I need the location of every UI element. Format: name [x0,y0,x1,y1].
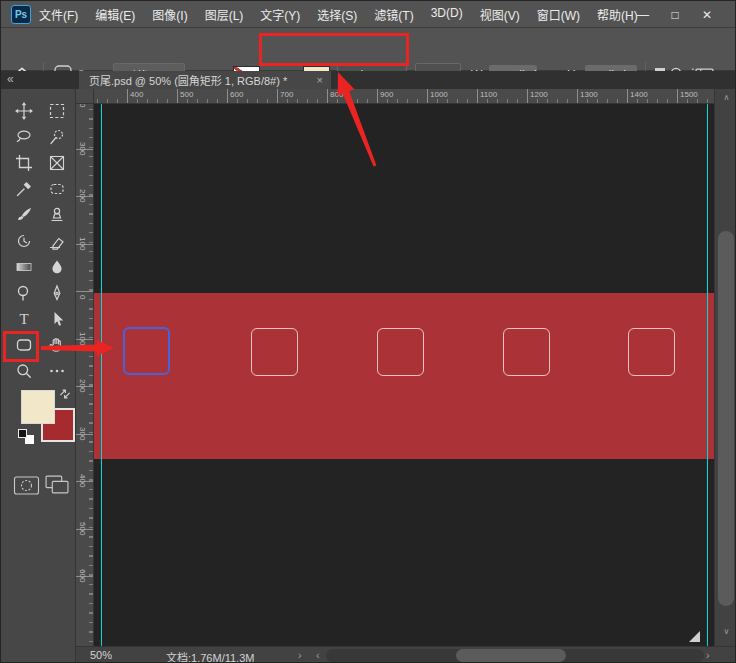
ruler-origin-corner[interactable] [76,89,94,104]
rounded-rectangle-shape [628,328,675,376]
menu-items: 文件(F) 编辑(E) 图像(I) 图层(L) 文字(Y) 选择(S) 滤镜(T… [39,6,638,23]
quick-selection-tool[interactable] [48,128,66,146]
options-bar: ▾ 形状 ▾ 填充: 描边: 1 点 ▾ ▾ W: 851 像素 H: 94 像… [1,28,736,71]
zoom-level-field[interactable]: 50% [90,649,112,661]
blur-tool[interactable] [48,258,66,276]
vertical-scrollbar-thumb[interactable] [718,231,734,606]
gradient-tool[interactable] [15,258,33,276]
ruler-label: 1100 [480,90,497,99]
document-tab-bar: « 页尾.psd @ 50% (圆角矩形 1, RGB/8#) * × [1,71,736,89]
ruler-label: 200 [78,183,87,209]
ruler-label: 1200 [530,90,548,99]
rounded-rectangle-shape [377,328,424,376]
menu-view[interactable]: 视图(V) [480,6,520,23]
scroll-right-icon[interactable]: › [706,649,710,661]
history-brush-tool[interactable] [15,232,33,250]
ruler-label: 800 [330,90,343,99]
svg-text:T: T [19,311,28,327]
guide-line-left [101,104,102,646]
ruler-label: 500 [78,516,87,542]
default-colors-icon[interactable] [18,429,27,438]
swap-colors-icon[interactable] [58,387,72,405]
menu-help[interactable]: 帮助(H) [597,6,638,23]
menu-edit[interactable]: 编辑(E) [95,6,135,23]
ruler-label: 300 [78,421,87,447]
photoshop-logo: Ps [11,5,31,24]
more-tools-icon[interactable] [48,362,66,380]
type-tool[interactable]: T [15,310,33,328]
document-tab[interactable]: 页尾.psd @ 50% (圆角矩形 1, RGB/8#) * × [79,71,331,89]
ruler-label: 1400 [630,90,648,99]
document-tab-title: 页尾.psd @ 50% (圆角矩形 1, RGB/8#) * [89,72,311,88]
collapse-panel-icon[interactable]: « [7,72,14,86]
zoom-tool[interactable] [15,362,33,380]
menu-type[interactable]: 文字(Y) [260,6,300,23]
rounded-rectangle-shape [251,328,298,376]
ruler-label: 100 [78,231,87,257]
tab-close-icon[interactable]: × [317,74,323,86]
brush-tool[interactable] [15,206,33,224]
menu-window[interactable]: 窗口(W) [537,6,580,23]
vertical-scrollbar[interactable]: ∧ ∨ [714,89,736,646]
quick-mask-button[interactable] [13,476,40,500]
marquee-tool[interactable] [48,102,66,120]
scroll-down-icon[interactable]: ∨ [715,627,736,636]
dodge-tool[interactable] [15,284,33,302]
ruler-label: 400 [78,104,87,114]
menu-select[interactable]: 选择(S) [317,6,357,23]
window-controls: — □ ✕ [635,1,715,28]
foreground-color-swatch[interactable] [21,390,55,424]
lasso-tool[interactable] [15,128,33,146]
menu-3d[interactable]: 3D(D) [431,6,463,23]
hand-tool[interactable] [48,336,66,354]
ruler-label: 0 [78,284,87,310]
ruler-label: 400 [130,90,143,99]
footer-red-band [94,293,714,459]
guide-line-right [707,104,708,646]
path-selection-tool[interactable] [48,310,66,328]
menu-layer[interactable]: 图层(L) [205,6,244,23]
crop-tool[interactable] [15,154,33,172]
status-expand-icon[interactable]: › [298,649,302,661]
document-size-info: 文档:1.76M/11.3M [166,649,254,663]
menu-filter[interactable]: 滤镜(T) [374,6,413,23]
ruler-label: 600 [78,563,87,589]
ruler-label: 1300 [580,90,598,99]
ruler-label: 1500 [680,90,698,99]
shape-tool-rounded-rectangle[interactable] [15,336,33,354]
minimize-button[interactable]: — [635,8,651,22]
photoshop-window: Ps 文件(F) 编辑(E) 图像(I) 图层(L) 文字(Y) 选择(S) 滤… [0,0,736,663]
ruler-label: 900 [380,90,393,99]
horizontal-ruler[interactable]: 400 500 600 700 800 900 1000 1100 1200 1… [76,89,714,104]
document-canvas[interactable] [94,104,714,646]
screen-mode-button[interactable] [45,475,69,498]
move-tool[interactable] [15,102,33,120]
ruler-label: 600 [230,90,243,99]
ruler-label: 700 [280,90,293,99]
maximize-button[interactable]: □ [667,8,683,22]
menu-bar: Ps 文件(F) 编辑(E) 图像(I) 图层(L) 文字(Y) 选择(S) 滤… [1,1,736,28]
clone-stamp-tool[interactable] [48,206,66,224]
eyedropper-tool[interactable] [15,180,33,198]
ruler-label: 500 [180,90,193,99]
scroll-up-icon[interactable]: ∧ [715,93,736,102]
ruler-label: 300 [78,136,87,162]
scroll-left-icon[interactable]: ‹ [316,649,320,661]
vertical-ruler[interactable]: 400 300 200 100 0 100 200 300 400 500 60… [76,104,94,646]
ruler-label: 200 [78,373,87,399]
ruler-label: 100 [78,326,87,352]
close-button[interactable]: ✕ [699,8,715,22]
horizontal-scrollbar-thumb[interactable] [456,649,566,662]
menu-image[interactable]: 图像(I) [152,6,187,23]
ruler-label: 1000 [430,90,448,99]
rounded-rectangle-shape-selected [123,327,170,375]
tools-panel: T [1,89,76,663]
pen-tool[interactable] [48,284,66,302]
patch-tool[interactable] [48,180,66,198]
eraser-tool[interactable] [48,232,66,250]
rounded-rectangle-shape [503,328,550,376]
frame-tool[interactable] [48,154,66,172]
menu-file[interactable]: 文件(F) [39,6,78,23]
ruler-label: 400 [78,468,87,494]
status-bar: 50% 文档:1.76M/11.3M › ‹ › [76,646,736,663]
